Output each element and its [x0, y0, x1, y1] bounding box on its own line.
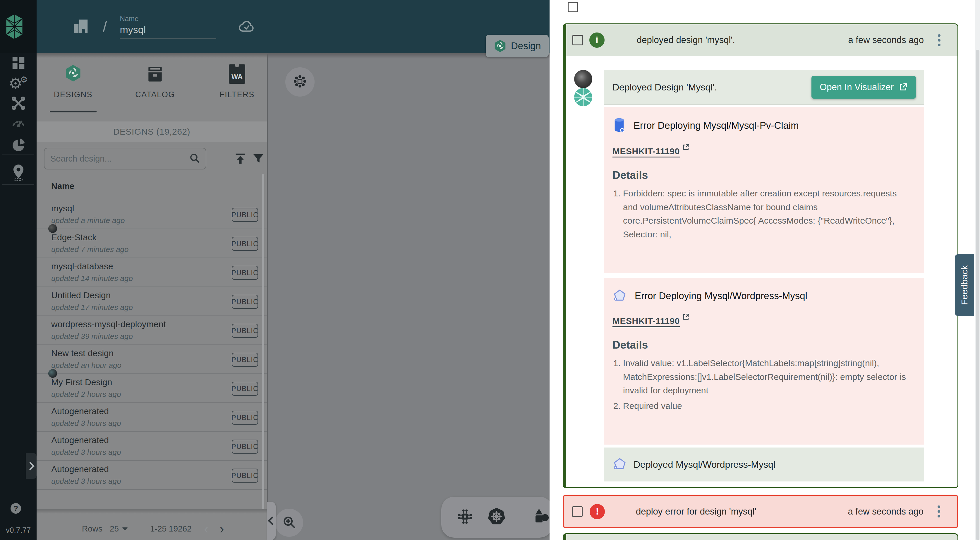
upload-design-button[interactable]	[233, 151, 248, 166]
shapes-icon[interactable]	[532, 507, 550, 527]
meshery-app: DESIGNS CATALOG WA FILTERS DESIGNS (19,2…	[0, 0, 980, 540]
design-row[interactable]: Autogenerated updated 3 hours ago PUBLIC	[37, 432, 267, 461]
configuration-icon[interactable]	[0, 94, 37, 113]
breadcrumb-separator: /	[103, 18, 107, 36]
meshkit-error-link[interactable]: MESHKIT-11190	[612, 316, 680, 326]
list-scrollbar[interactable]	[262, 174, 264, 509]
kebab-menu-icon[interactable]	[938, 34, 940, 46]
deployed-design-row: Deployed Design 'Mysql'. Open In Visuali…	[604, 70, 924, 105]
notification-time: a few seconds ago	[848, 507, 924, 517]
prev-page-button[interactable]: ‹	[204, 522, 208, 536]
design-row[interactable]: Autogenerated updated 3 hours ago PUBLIC	[37, 403, 267, 432]
panel-collapse-handle[interactable]	[267, 502, 276, 540]
deployed-success-row: Deployed Mysql/Wordpress-Mysql	[604, 448, 924, 481]
meshery-logo[interactable]	[0, 0, 37, 53]
app-version: v0.7.77	[6, 526, 31, 535]
page-size-select[interactable]: 25	[110, 522, 127, 536]
open-in-visualizer-label: Open In Visualizer	[819, 82, 894, 92]
design-name: My First Design	[51, 377, 112, 387]
dashboard-icon[interactable]	[0, 54, 37, 72]
notification-checkbox[interactable]	[573, 35, 583, 45]
filter-funnel-button[interactable]	[251, 151, 266, 166]
design-name: Autogenerated	[51, 406, 109, 416]
mesh-node-icon	[293, 75, 307, 89]
visibility-badge: PUBLIC	[232, 237, 258, 251]
design-node[interactable]	[285, 67, 315, 97]
extensions-icon[interactable]	[0, 136, 37, 155]
rail-expand-handle[interactable]	[26, 453, 37, 479]
design-row[interactable]: mysql-database updated 14 minutes ago PU…	[37, 258, 267, 287]
error-detail-item: Invalid value: v1.LabelSelector{MatchLab…	[623, 357, 912, 397]
design-row[interactable]: Autogenerated updated 3 hours ago PUBLIC	[37, 461, 267, 490]
error-details-list: Forbidden: spec is immutable after creat…	[612, 187, 912, 241]
feedback-label: Feedback	[959, 265, 969, 305]
notification-card-partial[interactable]	[563, 533, 958, 540]
tab-label: CATALOG	[135, 90, 175, 99]
meshkit-error-link[interactable]: MESHKIT-11190	[612, 147, 680, 156]
page-size-value: 25	[110, 524, 119, 534]
visibility-badge: PUBLIC	[232, 468, 258, 483]
drawer-scrollbar-thumb[interactable]	[976, 50, 979, 540]
canvas-toolbar	[441, 497, 550, 538]
design-updated: updated 17 minutes ago	[51, 303, 133, 312]
notification-body: Deployed Design 'Mysql'. Open In Visuali…	[566, 56, 958, 488]
kubernetes-icon[interactable]	[487, 507, 506, 527]
visibility-badge: PUBLIC	[232, 324, 258, 338]
error-detail-item: Forbidden: spec is immutable after creat…	[623, 187, 912, 241]
tab-label: DESIGNS	[54, 90, 92, 99]
design-row[interactable]: wordpress-mysql-deployment updated 39 mi…	[37, 316, 267, 345]
visibility-badge: PUBLIC	[232, 208, 258, 222]
catalog-archive-icon	[146, 59, 164, 84]
tab-designs[interactable]: DESIGNS	[48, 59, 98, 109]
mode-chip-label: Design	[511, 40, 541, 51]
help-button[interactable]: ?	[11, 503, 21, 514]
organization-building-icon	[72, 17, 90, 37]
notification-card-success: i deployed design 'mysql'. a few seconds…	[563, 24, 958, 488]
cloud-save-status-icon[interactable]	[238, 18, 255, 36]
designs-count-header: DESIGNS (19,262)	[37, 121, 267, 142]
next-page-button[interactable]: ›	[220, 522, 224, 536]
location-pin-icon[interactable]	[0, 163, 37, 182]
visibility-badge: PUBLIC	[232, 411, 258, 425]
notification-header[interactable]: i deployed design 'mysql'. a few seconds…	[566, 24, 958, 56]
external-link-icon	[682, 143, 690, 151]
design-updated: updated 3 hours ago	[51, 477, 121, 486]
design-row[interactable]: Untitled Design updated 17 minutes ago P…	[37, 287, 267, 316]
performance-icon[interactable]	[0, 113, 37, 132]
design-row[interactable]: My First Design updated 2 hours ago PUBL…	[37, 374, 267, 403]
details-heading: Details	[612, 339, 912, 351]
lifecycle-icon[interactable]: ⚙ ⚙	[0, 74, 37, 93]
open-in-visualizer-button[interactable]: Open In Visualizer	[811, 76, 916, 99]
zoom-in-button[interactable]	[275, 509, 303, 537]
design-row[interactable]: Edge-Stack updated 7 minutes ago PUBLIC	[37, 229, 267, 258]
select-all-checkbox[interactable]	[568, 2, 578, 12]
deploy-error-block: Error Deploying Mysql/Wordpress-Mysql ME…	[604, 278, 924, 444]
kebab-menu-icon[interactable]	[937, 505, 940, 518]
meshery-avatar	[574, 88, 592, 106]
design-row[interactable]: New test design updated an hour ago PUBL…	[37, 345, 267, 374]
design-mode-chip[interactable]: Design	[486, 35, 549, 57]
external-link-icon	[682, 313, 690, 321]
design-name: Untitled Design	[51, 290, 111, 300]
design-name: mysql	[51, 204, 74, 213]
design-updated: updated 3 hours ago	[51, 448, 121, 457]
notification-card-error[interactable]: ! deploy error for design 'mysql' a few …	[563, 495, 958, 528]
feedback-tab[interactable]: Feedback	[955, 254, 974, 316]
header-shadow	[37, 53, 267, 58]
design-row[interactable]: mysql updated a minute ago PUBLIC	[37, 200, 267, 229]
notification-checkbox[interactable]	[572, 507, 582, 517]
visibility-badge: PUBLIC	[232, 266, 258, 280]
deployed-design-text: Deployed Design 'Mysql'.	[612, 82, 717, 93]
tab-catalog[interactable]: CATALOG	[130, 59, 180, 109]
notification-title: deployed design 'mysql'.	[637, 35, 735, 45]
search-input[interactable]	[50, 154, 189, 164]
circuit-icon[interactable]	[456, 508, 474, 527]
design-updated: updated 39 minutes ago	[51, 332, 133, 341]
zoom-in-icon	[282, 515, 297, 531]
search-icon[interactable]	[189, 152, 200, 165]
tab-filters[interactable]: WA FILTERS	[212, 59, 262, 109]
design-updated: updated 2 hours ago	[51, 390, 121, 399]
app-header: / Name Design	[37, 0, 550, 53]
search-design-field[interactable]	[44, 148, 206, 169]
design-name-input[interactable]	[120, 23, 216, 39]
